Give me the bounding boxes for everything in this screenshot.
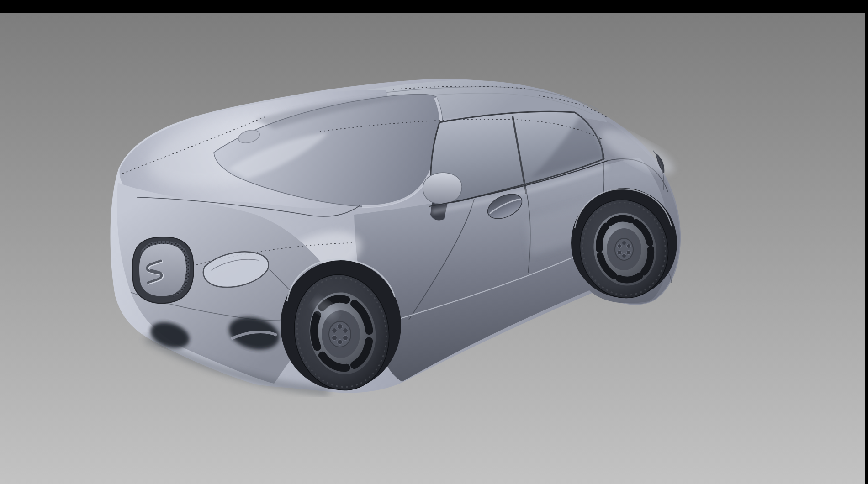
front-grille[interactable] xyxy=(132,237,194,303)
letterbox-top-bar xyxy=(0,0,868,13)
badge-panel xyxy=(139,244,186,296)
render-canvas xyxy=(0,0,868,484)
screen xyxy=(0,0,868,484)
letterbox-right-bar xyxy=(865,0,868,484)
